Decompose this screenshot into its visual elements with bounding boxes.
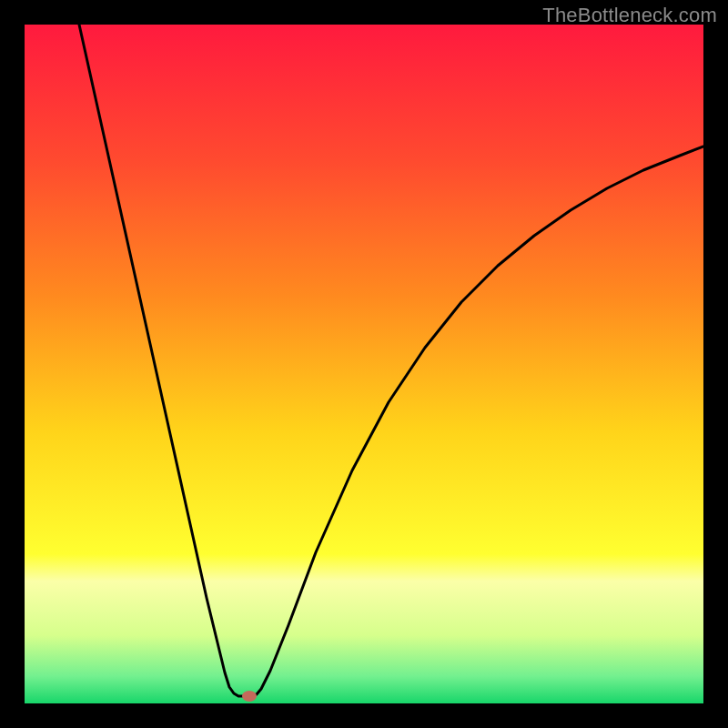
gradient-background [25,25,703,703]
plot-area [25,25,703,703]
chart-svg [25,25,703,703]
chart-frame: TheBottleneck.com [0,0,728,728]
min-point-marker [242,691,257,702]
